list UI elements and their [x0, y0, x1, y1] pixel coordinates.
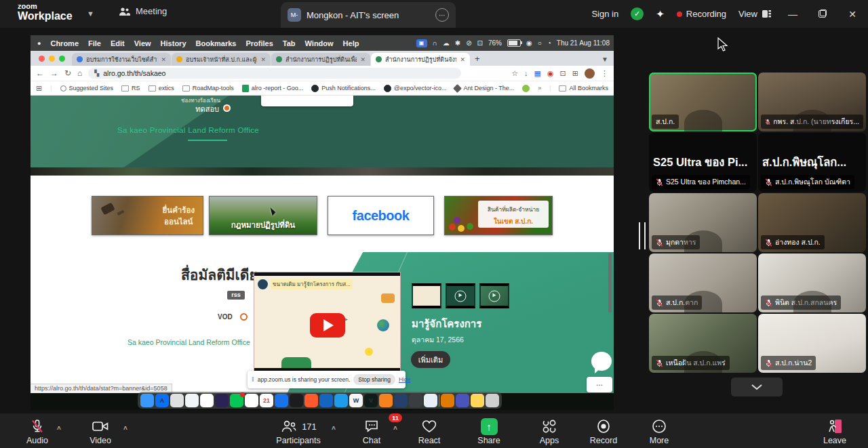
- hero-nav-item[interactable]: ทดสอบ: [139, 103, 219, 115]
- participant-tile[interactable]: กพร. ส.ป.ก. (นายทรงเกียร...: [758, 73, 866, 131]
- ai-companion-icon[interactable]: ✦: [656, 8, 665, 20]
- dock-icon[interactable]: [170, 394, 184, 407]
- dock-icon[interactable]: [230, 394, 243, 407]
- participant-tile[interactable]: ส.ป.ก.: [649, 73, 757, 131]
- browser-tab[interactable]: อบรมเจ้าหน้าที่ส.ป.ก.และผู้ดูแล... ✕: [172, 53, 271, 66]
- record-button[interactable]: Record: [581, 418, 626, 445]
- tab-shared-screen[interactable]: M- Mongkon - AIT's screen ⋯: [281, 2, 456, 28]
- gallery-collapse-button[interactable]: [731, 378, 783, 396]
- video-thumb-1[interactable]: [412, 283, 441, 308]
- bookmark-item[interactable]: alro -report - Goo...: [242, 83, 304, 93]
- hide-link[interactable]: Hide: [399, 376, 410, 383]
- forward-button[interactable]: →: [50, 68, 58, 78]
- back-button[interactable]: ←: [36, 68, 44, 78]
- dock-icon[interactable]: V: [364, 394, 378, 407]
- dock-icon[interactable]: 21: [260, 394, 273, 407]
- dock-icon[interactable]: [275, 394, 288, 407]
- video-button[interactable]: Video: [73, 418, 127, 445]
- mac-minimize-icon[interactable]: [49, 56, 55, 62]
- tab-close-icon[interactable]: ✕: [161, 56, 166, 63]
- video-title[interactable]: มารู้จักโครงการ: [412, 316, 481, 332]
- apple-menu-icon[interactable]: ●: [37, 40, 41, 47]
- participant-tile[interactable]: พินิต ส.ป.ก.สกลนคร: [758, 253, 866, 312]
- browser-tab[interactable]: สำนักงานการปฏิรูปที่ดินจังหวัดส... ✕: [371, 53, 470, 66]
- notification-grip-icon[interactable]: ‖: [252, 376, 254, 383]
- restore-button[interactable]: [814, 9, 831, 20]
- tab-close-icon[interactable]: ✕: [460, 56, 465, 63]
- banner-land-reform-law[interactable]: กฎหมายปฏิรูปที่ดิน: [209, 196, 317, 235]
- dock-icon[interactable]: [215, 394, 229, 407]
- youtube-play-button[interactable]: [310, 313, 345, 338]
- bookmark-item[interactable]: extics: [149, 83, 174, 93]
- participant-tile[interactable]: อ่างทอง ส.ป.ก.: [758, 193, 866, 252]
- headphones-icon[interactable]: ∩: [433, 39, 437, 47]
- eye-icon[interactable]: ◉: [526, 39, 532, 47]
- page-scrollbar[interactable]: [608, 253, 612, 312]
- video-thumb-3[interactable]: [479, 283, 509, 308]
- mac-menu-item[interactable]: Chrome: [50, 39, 79, 47]
- dock-icon[interactable]: [441, 394, 454, 407]
- browser-tab[interactable]: อบรมการใช้งานเว็บไซต์สำนั... ✕: [72, 53, 171, 66]
- apps-grid-icon[interactable]: ⊞: [36, 84, 42, 93]
- tab-meeting[interactable]: Meeting: [119, 6, 167, 16]
- download-icon[interactable]: ↓: [524, 69, 528, 77]
- tab-options-icon[interactable]: ⋯: [435, 8, 449, 22]
- bookmark-item[interactable]: Ant Design - The...: [454, 83, 514, 93]
- mac-menu-item[interactable]: Profiles: [245, 39, 273, 47]
- stop-sharing-button[interactable]: Stop sharing: [353, 374, 395, 385]
- mac-menu-item[interactable]: Help: [343, 39, 359, 47]
- workspace-dropdown-chevron-icon[interactable]: ▼: [87, 9, 94, 18]
- bookmark-star-icon[interactable]: ☆: [511, 69, 518, 78]
- dock-icon[interactable]: [379, 394, 393, 407]
- tab-close-icon[interactable]: ✕: [360, 56, 366, 63]
- site-info-icon[interactable]: ▚: [94, 70, 99, 77]
- all-bookmarks[interactable]: All Bookmarks: [559, 85, 608, 91]
- participant-tile[interactable]: เหนือฝัน ส.ป.ก.แพร่: [649, 314, 757, 373]
- notch-app-icon[interactable]: ⊡: [477, 39, 483, 47]
- dock-icon[interactable]: [486, 394, 499, 407]
- spotlight-search-icon[interactable]: ○: [538, 39, 542, 47]
- dock-icon[interactable]: [140, 394, 154, 407]
- browser-menu-icon[interactable]: ⋮: [601, 69, 608, 78]
- audio-button[interactable]: Audio: [10, 418, 64, 445]
- dock-icon[interactable]: [245, 394, 258, 407]
- leave-button[interactable]: Leave: [812, 418, 857, 445]
- screen-sharing-status-icon[interactable]: ▣: [416, 39, 427, 47]
- dock-icon[interactable]: [304, 394, 318, 407]
- react-button[interactable]: React: [407, 418, 452, 445]
- more-button[interactable]: More: [637, 418, 682, 445]
- video-thumb-2[interactable]: [446, 283, 475, 308]
- menu-bar-clock[interactable]: Thu 21 Aug 11:08: [557, 39, 610, 47]
- home-button[interactable]: ⌂: [77, 68, 82, 78]
- video-options-chevron[interactable]: ^: [123, 426, 127, 433]
- bookmarks-overflow-chevron[interactable]: »: [538, 85, 541, 91]
- bluetooth-icon[interactable]: ✱: [455, 39, 460, 47]
- dock-icon[interactable]: [409, 394, 422, 407]
- more-videos-button[interactable]: เพิ่มเติม: [411, 351, 450, 368]
- audio-options-chevron[interactable]: ^: [57, 426, 61, 433]
- video-thumbnail-card[interactable]: ขนาดเดิม มารู้จักโครงการ กับส... ➤➤: [254, 272, 400, 371]
- dock-icon[interactable]: [439, 394, 439, 407]
- dock-icon[interactable]: [334, 394, 348, 407]
- close-button[interactable]: ✕: [844, 9, 861, 20]
- view-button[interactable]: View: [738, 9, 772, 19]
- bookmark-item[interactable]: Suggested Sites: [60, 83, 114, 93]
- mac-menu-item[interactable]: Bookmarks: [196, 39, 237, 47]
- bookmark-item[interactable]: RoadMap-tools: [182, 83, 234, 93]
- mac-zoom-icon[interactable]: [59, 56, 65, 62]
- share-button[interactable]: ↑ Share: [467, 418, 511, 445]
- participant-tile[interactable]: ส.ป.ก.ตาก: [649, 253, 757, 312]
- dock-icon[interactable]: W: [349, 394, 363, 407]
- tab-close-icon[interactable]: ✕: [260, 56, 266, 63]
- minimize-button[interactable]: —: [784, 9, 802, 20]
- security-shield-icon[interactable]: ✓: [631, 7, 644, 20]
- banner-online-petition[interactable]: ยื่นคำร้องออนไลน์: [92, 196, 203, 235]
- new-tab-button[interactable]: +: [475, 54, 480, 64]
- dock-icon[interactable]: [319, 394, 333, 407]
- rss-badge[interactable]: rss: [227, 291, 245, 300]
- bookmark-item[interactable]: @expo/vector-ico...: [384, 83, 447, 93]
- chat-options-chevron[interactable]: ^: [393, 426, 397, 433]
- dock-icon[interactable]: [200, 394, 214, 407]
- gallery-drag-handle[interactable]: [639, 222, 646, 249]
- mac-menu-item[interactable]: View: [134, 39, 151, 47]
